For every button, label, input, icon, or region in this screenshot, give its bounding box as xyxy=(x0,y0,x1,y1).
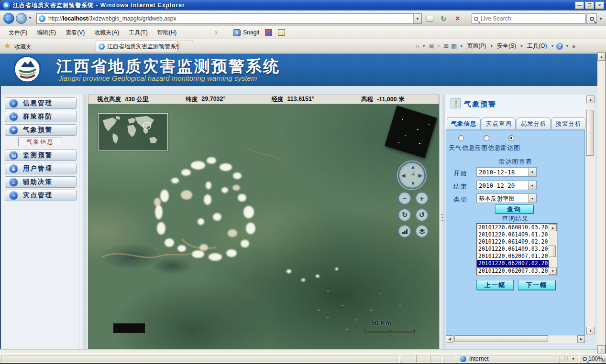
previous-image-button[interactable]: 上一幅 xyxy=(476,280,514,290)
sidebar-splitter[interactable] xyxy=(79,95,86,349)
safety-menu[interactable]: 安全(S) xyxy=(496,41,518,51)
stop-button[interactable]: × xyxy=(452,13,464,24)
protected-mode-cell[interactable]: ⚐ xyxy=(560,355,580,363)
query-button[interactable]: 查询 xyxy=(495,204,533,214)
result-item[interactable]: 20101220.062007.03.20. xyxy=(477,268,549,275)
help-dropdown[interactable] xyxy=(564,44,570,48)
scrollbar-thumb[interactable] xyxy=(549,246,556,257)
panel-scrollbar-thumb[interactable] xyxy=(586,110,594,156)
result-item[interactable]: 20101220.061409.01.20. xyxy=(477,231,549,238)
search-go-button[interactable] xyxy=(586,13,597,24)
radio-cloud-image[interactable] xyxy=(484,135,489,141)
sidebar-submenu-weather-info[interactable]: 气象信息 xyxy=(18,138,62,146)
print-dropdown[interactable] xyxy=(459,44,464,48)
snagit-editor-icon[interactable] xyxy=(278,29,285,36)
page-vertical-scrollbar[interactable] xyxy=(597,53,606,353)
start-date-dropdown-icon[interactable] xyxy=(528,168,536,176)
end-date-dropdown-icon[interactable] xyxy=(528,181,536,190)
menu-file[interactable]: 文件(F) xyxy=(4,27,32,39)
panel-scroll-left-icon[interactable] xyxy=(446,335,453,343)
scroll-up-icon[interactable] xyxy=(549,224,557,231)
browser-tab[interactable]: e 江西省地质灾害监测预警系统 xyxy=(96,41,178,52)
radio-label-cloud[interactable]: 云图信息 xyxy=(474,144,501,152)
sidebar-item-decision-support[interactable]: ⌂ 辅助决策 xyxy=(5,176,77,188)
zoom-cell[interactable]: 100% xyxy=(581,355,602,363)
page-scroll-up-icon[interactable] xyxy=(597,53,606,61)
map-viewport[interactable]: ✛ − + ↻ ↺ 50 Km xyxy=(88,104,439,349)
forward-button[interactable]: → xyxy=(16,13,27,24)
tab-warning-analysis[interactable]: 预警分析 xyxy=(551,118,585,129)
results-listbox[interactable]: 20101220.060810.03.20. 20101220.061409.0… xyxy=(476,223,558,276)
tools-menu[interactable]: 工具(O) xyxy=(526,41,548,51)
resize-grip[interactable]: ◢ xyxy=(601,356,606,363)
home-dropdown[interactable] xyxy=(421,44,427,48)
world-overview-inset[interactable] xyxy=(98,113,168,150)
help-icon[interactable]: ? xyxy=(556,43,563,50)
sidebar-item-mass-prevention[interactable]: ▭ 群策群防 xyxy=(5,111,77,122)
snagit-capture-icon[interactable] xyxy=(265,29,272,36)
sidebar-item-monitoring-warning[interactable]: ▤ 监测预警 xyxy=(5,150,77,161)
listbox-scrollbar[interactable] xyxy=(549,224,557,275)
result-item[interactable]: 20101220.062007.01.20. xyxy=(477,253,549,260)
pan-center-icon[interactable]: ✛ xyxy=(411,172,416,177)
radio-label-weather[interactable]: 天气信息 xyxy=(449,144,475,152)
search-options-dropdown[interactable] xyxy=(597,13,604,24)
close-button[interactable]: ✕ xyxy=(595,1,604,9)
feeds-icon[interactable]: ▣ xyxy=(428,43,435,50)
sidebar-item-user-management[interactable]: ♟ 用户管理 xyxy=(5,163,77,174)
panel-horizontal-scrollbar[interactable] xyxy=(446,335,585,343)
page-dropdown[interactable] xyxy=(489,44,494,48)
page-menu[interactable]: 页面(P) xyxy=(465,41,487,51)
menu-help[interactable]: 帮助(H) xyxy=(153,27,182,39)
tab-hazard-query[interactable]: 灾点查询 xyxy=(482,118,516,129)
print-icon[interactable]: ▦ xyxy=(451,43,457,50)
layers-button[interactable] xyxy=(415,225,429,238)
tab-susceptibility-analysis[interactable]: 易发分析 xyxy=(517,118,551,129)
menu-view[interactable]: 查看(V) xyxy=(61,27,89,39)
menu-edit[interactable]: 编辑(E) xyxy=(32,27,61,39)
map-pan-control[interactable]: ✛ xyxy=(398,161,426,189)
rotate-cw-button[interactable]: ↻ xyxy=(398,208,411,222)
tab-weather-info[interactable]: 气象信息 xyxy=(447,118,481,129)
panel-scroll-up-icon[interactable] xyxy=(586,96,595,103)
search-input[interactable] xyxy=(481,15,583,22)
search-box[interactable] xyxy=(472,13,585,24)
tools-dropdown[interactable] xyxy=(550,44,555,48)
protected-mode-dropdown[interactable] xyxy=(571,357,576,361)
panel-hscrollbar-thumb[interactable] xyxy=(454,335,548,342)
type-select[interactable]: 基本反射率图 xyxy=(476,193,537,203)
refresh-button[interactable]: ↻ xyxy=(437,13,450,24)
panel-scroll-right-icon[interactable] xyxy=(577,335,585,343)
panel-splitter[interactable] xyxy=(439,95,445,349)
result-item-selected[interactable]: 20101220.062007.02.20. xyxy=(477,260,549,267)
home-icon[interactable]: ⌂ xyxy=(415,43,420,50)
zoom-in-button[interactable]: + xyxy=(415,192,429,205)
menu-tools[interactable]: 工具(T) xyxy=(124,27,152,39)
pan-left-icon[interactable] xyxy=(401,173,405,178)
sidebar-item-weather-warning[interactable]: ☂ 气象预警 xyxy=(5,124,77,136)
result-item[interactable]: 20101220.060810.03.20. xyxy=(477,224,549,231)
end-date-select[interactable]: 2010-12-20 xyxy=(476,181,537,190)
zoom-out-button[interactable]: − xyxy=(398,192,411,205)
tilt-button[interactable] xyxy=(398,225,411,238)
sidebar-item-info-management[interactable]: » 信息管理 xyxy=(5,97,77,109)
menu-favorites[interactable]: 收藏夹(A) xyxy=(89,27,124,39)
safety-dropdown[interactable] xyxy=(519,44,524,48)
panel-vertical-scrollbar[interactable] xyxy=(586,96,595,334)
page-scroll-down-icon[interactable] xyxy=(597,345,606,353)
sidebar-item-hazard-point-management[interactable]: ◔ 灾点管理 xyxy=(5,190,77,201)
snagit-icon[interactable]: S xyxy=(233,29,241,36)
radio-weather-info[interactable] xyxy=(458,135,464,141)
compatibility-button[interactable] xyxy=(424,13,436,24)
radio-label-radar[interactable]: 雷达图 xyxy=(500,144,520,152)
radio-radar-image[interactable] xyxy=(508,135,514,141)
address-field[interactable]: e http://localhost/Jxdzwebgis_mapgis/gri… xyxy=(36,13,422,24)
result-item[interactable]: 20101220.061409.02.20. xyxy=(477,238,549,246)
minimize-button[interactable]: — xyxy=(575,1,584,9)
start-date-select[interactable]: 2010-12-18 xyxy=(476,167,537,177)
next-image-button[interactable]: 下一幅 xyxy=(518,280,555,290)
history-dropdown-icon[interactable] xyxy=(28,16,32,20)
new-tab-button[interactable] xyxy=(179,41,193,52)
address-dropdown-button[interactable] xyxy=(413,14,421,23)
favorites-star-icon[interactable]: ★ xyxy=(4,42,11,50)
